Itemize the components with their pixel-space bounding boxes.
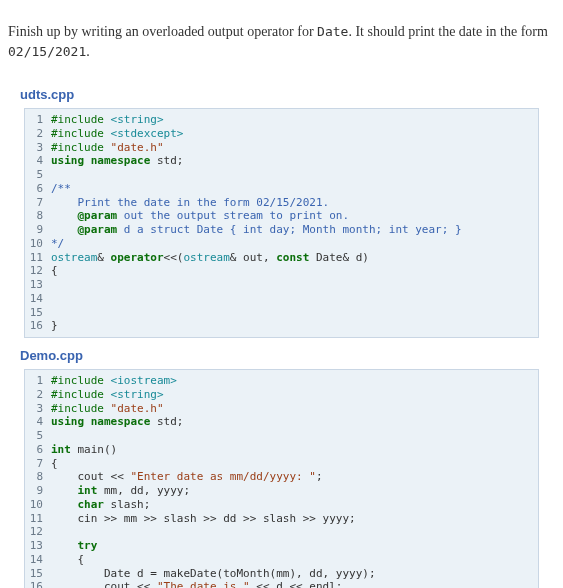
- instruction-code-1: Date: [317, 24, 348, 39]
- line-number: 1: [29, 374, 45, 388]
- code-line: @param d a struct Date { int day; Month …: [51, 223, 462, 237]
- code-line: cin >> mm >> slash >> dd >> slash >> yyy…: [51, 512, 376, 526]
- line-number: 15: [29, 567, 45, 581]
- code-line: cout << "Enter date as mm/dd/yyyy: ";: [51, 470, 376, 484]
- code-line: #include "date.h": [51, 402, 376, 416]
- filename-1: udts.cpp: [0, 77, 563, 108]
- code-line: cout << "The date is " << d << endl;: [51, 580, 376, 588]
- code-line: Date d = makeDate(toMonth(mm), dd, yyyy)…: [51, 567, 376, 581]
- line-number: 7: [29, 457, 45, 471]
- code-editor-demo: 12345678910111213141516171819202122 #inc…: [24, 369, 539, 588]
- code-line: /**: [51, 182, 462, 196]
- line-gutter: 12345678910111213141516171819202122: [25, 370, 51, 588]
- line-number: 4: [29, 154, 45, 168]
- line-number: 6: [29, 182, 45, 196]
- line-number: 8: [29, 470, 45, 484]
- code-line: ostream& operator<<(ostream& out, const …: [51, 251, 462, 265]
- line-number: 5: [29, 429, 45, 443]
- line-number: 12: [29, 264, 45, 278]
- code-line: Print the date in the form 02/15/2021.: [51, 196, 462, 210]
- line-number: 10: [29, 498, 45, 512]
- line-number: 3: [29, 402, 45, 416]
- code-line: #include <stdexcept>: [51, 127, 462, 141]
- code-line: {: [51, 553, 376, 567]
- line-number: 2: [29, 127, 45, 141]
- line-number: 9: [29, 223, 45, 237]
- line-gutter: 12345678910111213141516: [25, 109, 51, 337]
- line-number: 9: [29, 484, 45, 498]
- instruction-part-2: . It should print the date in the form: [348, 24, 547, 39]
- code-line: [51, 306, 462, 320]
- code-line: #include "date.h": [51, 141, 462, 155]
- exercise-page: Finish up by writing an overloaded outpu…: [0, 0, 563, 588]
- code-line: {: [51, 264, 462, 278]
- line-number: 11: [29, 251, 45, 265]
- code-line: int mm, dd, yyyy;: [51, 484, 376, 498]
- code-line: */: [51, 237, 462, 251]
- file-block-2: Demo.cpp 1234567891011121314151617181920…: [0, 338, 563, 588]
- filename-2: Demo.cpp: [0, 338, 563, 369]
- line-number: 8: [29, 209, 45, 223]
- instruction-code-2: 02/15/2021: [8, 44, 86, 59]
- code-line: [51, 429, 376, 443]
- code-line: {: [51, 457, 376, 471]
- line-number: 14: [29, 553, 45, 567]
- code-line: int main(): [51, 443, 376, 457]
- code-line: #include <iostream>: [51, 374, 376, 388]
- code-editor-udts[interactable]: 12345678910111213141516 #include <string…: [24, 108, 539, 338]
- line-number: 16: [29, 319, 45, 333]
- code-line: char slash;: [51, 498, 376, 512]
- code-line: try: [51, 539, 376, 553]
- line-number: 1: [29, 113, 45, 127]
- code-line: [51, 278, 462, 292]
- code-area: #include <iostream>#include <string>#inc…: [51, 370, 380, 588]
- instruction-text: Finish up by writing an overloaded outpu…: [0, 22, 563, 63]
- instruction-part-3: .: [86, 44, 90, 59]
- line-number: 4: [29, 415, 45, 429]
- line-number: 16: [29, 580, 45, 588]
- line-number: 13: [29, 539, 45, 553]
- line-number: 13: [29, 278, 45, 292]
- line-number: 14: [29, 292, 45, 306]
- code-area[interactable]: #include <string>#include <stdexcept>#in…: [51, 109, 466, 337]
- code-line: [51, 525, 376, 539]
- line-number: 11: [29, 512, 45, 526]
- line-number: 3: [29, 141, 45, 155]
- code-line: using namespace std;: [51, 154, 462, 168]
- line-number: 15: [29, 306, 45, 320]
- code-line: using namespace std;: [51, 415, 376, 429]
- line-number: 6: [29, 443, 45, 457]
- line-number: 5: [29, 168, 45, 182]
- code-line: }: [51, 319, 462, 333]
- instruction-part-1: Finish up by writing an overloaded outpu…: [8, 24, 317, 39]
- file-block-1: udts.cpp 12345678910111213141516 #includ…: [0, 77, 563, 338]
- line-number: 12: [29, 525, 45, 539]
- code-line: [51, 292, 462, 306]
- code-line: [51, 168, 462, 182]
- code-line: #include <string>: [51, 388, 376, 402]
- code-line: #include <string>: [51, 113, 462, 127]
- code-line: @param out the output stream to print on…: [51, 209, 462, 223]
- line-number: 10: [29, 237, 45, 251]
- line-number: 2: [29, 388, 45, 402]
- line-number: 7: [29, 196, 45, 210]
